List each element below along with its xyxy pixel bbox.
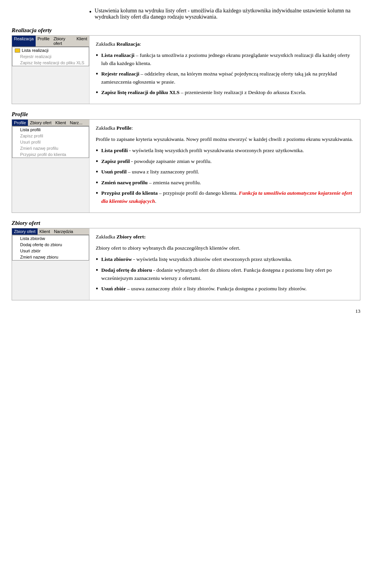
top-bullet-1-text: Ustawienia kolumn na wydruku listy ofert… <box>95 8 360 20</box>
zbiory-bullets: • Lista zbiorów - wyświetla listę wszyst… <box>96 255 354 293</box>
zbiory-section: Zbiory ofert Zbiory ofert Klient Narzędz… <box>12 220 360 300</box>
realizacja-tab-title: Zakładka Realizacja: <box>96 40 354 48</box>
zbiory-right-panel: Zakładka Zbiory ofert: Zbiory ofert to z… <box>90 228 360 300</box>
profile-bullet-4: • Zmień nazwę profilu – zmienia nazwę pr… <box>96 179 354 187</box>
top-bullet-1: • Ustawienia kolumn na wydruku listy ofe… <box>89 8 360 20</box>
zbiory-menu-bar: Zbiory ofert Klient Narzędzia <box>12 228 89 235</box>
profile-left-panel: Profile Zbiory ofert Klient Narz... List… <box>12 120 90 213</box>
zbiory-content-row: Zbiory ofert Klient Narzędzia Lista zbio… <box>12 228 360 300</box>
bullet-icon: • <box>96 89 98 97</box>
profile-bullet-3: • Usuń profil – usuwa z listy zaznaczony… <box>96 168 354 177</box>
menu-item-usun-zbior[interactable]: Usuń zbiór <box>12 248 89 254</box>
zbiory-bullet-2: • Dodaj ofertę do zbioru - dodanie wybra… <box>96 266 354 283</box>
menu-item-usun-profil[interactable]: Usuń profil <box>12 139 89 145</box>
menu-item-rejestr-realizacji[interactable]: Rejestr realizacji <box>12 53 89 60</box>
realizacja-right-panel: Zakładka Realizacja: • Lista realizacji … <box>90 36 360 104</box>
bullet-icon: • <box>96 168 98 177</box>
menu-bar-profile[interactable]: Profile <box>36 36 52 46</box>
top-section: • Ustawienia kolumn na wydruku listy ofe… <box>12 8 360 20</box>
menu-bar-klient[interactable]: Klient <box>74 36 89 46</box>
profile-heading: Profile <box>12 111 360 118</box>
bullet-icon: • <box>96 179 98 187</box>
page-number: 13 <box>12 308 360 314</box>
menu-bar-klient2[interactable]: Klient <box>53 120 68 126</box>
realizacja-bullet-1-text: Lista realizacji – funkcja ta umożliwia … <box>101 51 354 68</box>
profile-content-row: Profile Zbiory ofert Klient Narz... List… <box>12 119 360 213</box>
realizacja-dropdown: Lista realizacji Rejestr realizacji Zapi… <box>12 47 89 66</box>
realizacja-bullet-3: • Zapisz listę realizacji do pliku XLS –… <box>96 89 354 97</box>
realizacja-tab-name: Realizacja <box>117 41 140 47</box>
zbiory-left-panel: Zbiory ofert Klient Narzędzia Lista zbio… <box>12 228 90 300</box>
zbiory-tab-title: Zakładka Zbiory ofert: <box>96 233 354 241</box>
zbiory-bullet-1: • Lista zbiorów - wyświetla listę wszyst… <box>96 255 354 264</box>
zbiory-tab-name: Zbiory ofert: <box>117 234 146 240</box>
menu-item-zmien-nazwe[interactable]: Zmień nazwę profilu <box>12 145 89 151</box>
bullet-icon: • <box>96 51 98 60</box>
bullet-icon: • <box>96 285 98 293</box>
menu-item-lista-profili[interactable]: Lista profili <box>12 127 89 133</box>
menu-bar-profile-tab[interactable]: Profile <box>12 120 28 126</box>
profile-tab-name: Profile <box>117 125 132 131</box>
menu-bar-klient3[interactable]: Klient <box>38 228 52 235</box>
profile-intro: Profile to zapisane kryteria wyszukiwani… <box>96 135 354 144</box>
menu-item-zapisz-profil[interactable]: Zapisz profil <box>12 133 89 139</box>
profile-bullet-5: • Przypisz profil do klienta – przypisuj… <box>96 189 354 206</box>
menu-item-lista-realizacji[interactable]: Lista realizacji <box>12 47 89 53</box>
menu-bar-zbiory-tab[interactable]: Zbiory ofert <box>12 228 38 235</box>
menu-bar-zbiory[interactable]: Zbiory ofert <box>52 36 75 46</box>
zbiory-dropdown: Lista zbiorów Dodaj ofertę do zbioru Usu… <box>12 235 89 261</box>
bullet-icon: • <box>89 8 91 17</box>
realizacja-content-row: Realizacja Profile Zbiory ofert Klient L… <box>12 35 360 104</box>
profile-menu-bar: Profile Zbiory ofert Klient Narz... <box>12 120 89 126</box>
menu-bar-narz[interactable]: Narz... <box>68 120 84 126</box>
menu-bar-realizacja[interactable]: Realizacja <box>12 36 36 46</box>
bullet-icon: • <box>96 255 98 264</box>
zbiory-heading: Zbiory ofert <box>12 220 360 226</box>
bullet-icon: • <box>96 266 98 275</box>
realizacja-left-panel: Realizacja Profile Zbiory ofert Klient L… <box>12 36 90 104</box>
menu-item-dodaj-oferte[interactable]: Dodaj ofertę do zbioru <box>12 242 89 248</box>
menu-bar-zbiory2[interactable]: Zbiory ofert <box>28 120 53 126</box>
menu-item-przypisz-profil[interactable]: Przypisz profil do klienta <box>12 151 89 158</box>
profile-bullet-1: • Lista profili - wyświetla listę wszyst… <box>96 147 354 155</box>
zbiory-bullet-3-text: Usuń zbiór – usuwa zaznaczony zbiór z li… <box>101 285 354 293</box>
bullet-icon: • <box>96 158 98 166</box>
bullet-icon: • <box>96 147 98 155</box>
folder-icon <box>15 48 20 53</box>
realizacja-bullets: • Lista realizacji – funkcja ta umożliwi… <box>96 51 354 97</box>
menu-item-lista-zbiorow[interactable]: Lista zbiorów <box>12 235 89 242</box>
zbiory-bullet-2-text: Dodaj ofertę do zbioru - dodanie wybrany… <box>101 266 354 283</box>
realizacja-bullet-1: • Lista realizacji – funkcja ta umożliwi… <box>96 51 354 68</box>
realizacja-bullet-2: • Rejestr realizacji – oddzielny ekran, … <box>96 70 354 86</box>
profile-bullet-1-text: Lista profili - wyświetla listę wszystki… <box>101 147 354 155</box>
realizacja-section: Realizacja oferty Realizacja Profile Zbi… <box>12 27 360 104</box>
menu-item-zapisz-liste[interactable]: Zapisz listę realizacji do pliku XLS <box>12 60 89 66</box>
realizacja-menu-bar: Realizacja Profile Zbiory ofert Klient <box>12 36 89 47</box>
profile-right-panel: Zakładka Profile: Profile to zapisane kr… <box>90 120 360 213</box>
profile-bullet-5-text: Przypisz profil do klienta – przypisuje … <box>101 189 354 206</box>
profile-bullet-4-text: Zmień nazwę profilu – zmienia nazwę prof… <box>101 179 354 187</box>
profile-bullet-3-text: Usuń profil – usuwa z listy zaznaczony p… <box>101 168 354 176</box>
profile-dropdown: Lista profili Zapisz profil Usuń profil … <box>12 126 89 158</box>
profile-section: Profile Profile Zbiory ofert Klient Narz… <box>12 111 360 213</box>
profile-bullets: • Lista profili - wyświetla listę wszyst… <box>96 147 354 206</box>
bullet-icon: • <box>96 189 98 198</box>
realizacja-bullet-3-text: Zapisz listę realizacji do pliku XLS – p… <box>101 89 354 97</box>
zbiory-bullet-1-text: Lista zbiorów - wyświetla listę wszystki… <box>101 255 354 264</box>
profile-tab-title: Zakładka Profile: <box>96 124 354 132</box>
menu-item-lista-realizacji-label: Lista realizacji <box>22 48 48 53</box>
profile-bullet-2: • Zapisz profil - powoduje zapisanie zmi… <box>96 158 354 166</box>
menu-item-zmien-nazwe-zbioru[interactable]: Zmień nazwę zbioru <box>12 254 89 260</box>
zbiory-bullet-3: • Usuń zbiór – usuwa zaznaczony zbiór z … <box>96 285 354 293</box>
profile-bullet-2-text: Zapisz profil - powoduje zapisanie zmian… <box>101 158 354 166</box>
menu-bar-narzedzia[interactable]: Narzędzia <box>52 228 75 235</box>
bullet-icon: • <box>96 70 98 79</box>
zbiory-intro: Zbiory ofert to zbiory wybranych dla pos… <box>96 244 354 252</box>
realizacja-bullet-2-text: Rejestr realizacji – oddzielny ekran, na… <box>101 70 354 86</box>
realizacja-heading: Realizacja oferty <box>12 27 360 34</box>
